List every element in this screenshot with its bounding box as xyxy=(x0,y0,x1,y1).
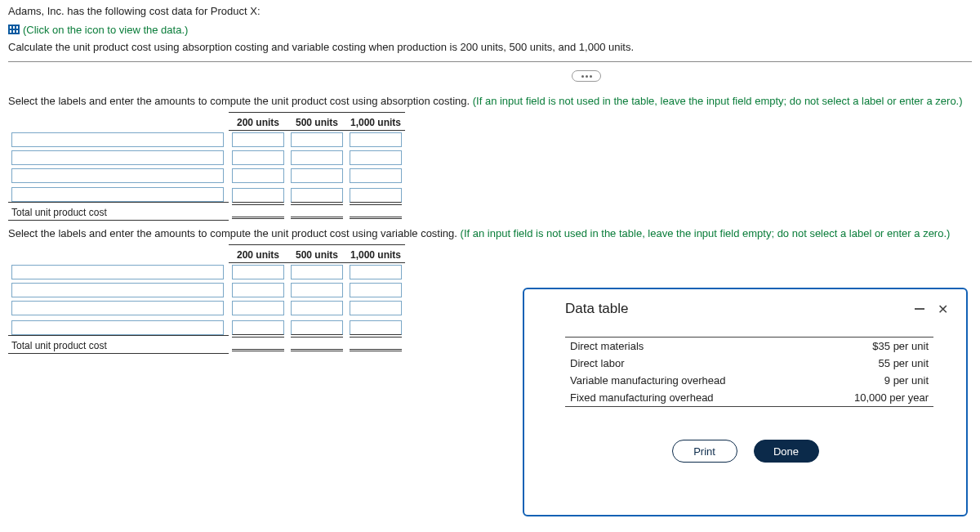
abs-label-input[interactable] xyxy=(11,132,224,147)
table-row xyxy=(8,130,405,149)
data-label: Variable manufacturing overhead xyxy=(570,374,726,387)
abs-cell-input[interactable] xyxy=(350,188,402,203)
view-data-text: (Click on the icon to view the data.) xyxy=(23,24,188,36)
abs-cell-input[interactable] xyxy=(232,168,284,183)
calc-instruction: Calculate the unit product cost using ab… xyxy=(8,41,972,53)
var-cell-input[interactable] xyxy=(232,301,284,315)
abs-cell-input[interactable] xyxy=(232,150,284,165)
var-cell-input[interactable] xyxy=(232,283,284,297)
var-label-input[interactable] xyxy=(11,265,224,279)
intro-line-1: Adams, Inc. has the following cost data … xyxy=(8,5,972,17)
data-row: Fixed manufacturing overhead 10,000 per … xyxy=(565,389,933,406)
abs-cell-input[interactable] xyxy=(232,132,284,147)
abs-total-label: Total unit product cost xyxy=(8,203,229,221)
absorption-prompt-text: Select the labels and enter the amounts … xyxy=(8,95,473,107)
abs-cell-input[interactable] xyxy=(291,168,343,183)
data-rows: Direct materials $35 per unit Direct lab… xyxy=(565,337,933,407)
table-row xyxy=(8,263,405,282)
divider xyxy=(8,61,972,62)
variable-prompt-hint: (If an input field is not used in the ta… xyxy=(461,227,951,239)
table-row xyxy=(8,281,405,299)
var-cell-input[interactable] xyxy=(291,320,343,335)
var-cell-input[interactable] xyxy=(232,265,284,279)
data-table-modal: Data table ✕ Direct materials $35 per un… xyxy=(523,288,968,516)
abs-cell-input[interactable] xyxy=(291,132,343,147)
data-row: Variable manufacturing overhead 9 per un… xyxy=(565,372,933,389)
col-500: 500 units xyxy=(287,245,346,263)
view-data-link[interactable]: (Click on the icon to view the data.) xyxy=(8,24,188,36)
absorption-prompt-hint: (If an input field is not used in the ta… xyxy=(473,95,963,107)
table-row xyxy=(8,167,405,185)
table-icon xyxy=(8,25,20,34)
abs-label-input[interactable] xyxy=(11,168,224,183)
abs-label-input[interactable] xyxy=(11,187,224,202)
total-row: Total unit product cost xyxy=(8,335,405,353)
abs-cell-input[interactable] xyxy=(232,188,284,203)
abs-cell-input[interactable] xyxy=(350,150,402,165)
more-options-pill[interactable] xyxy=(572,70,601,82)
absorption-prompt: Select the labels and enter the amounts … xyxy=(8,95,972,107)
abs-cell-input[interactable] xyxy=(350,132,402,147)
var-cell-input[interactable] xyxy=(291,283,343,297)
done-button[interactable]: Done xyxy=(754,440,819,463)
data-row: Direct materials $35 per unit xyxy=(565,338,933,355)
abs-cell-input[interactable] xyxy=(350,168,402,183)
var-cell-input[interactable] xyxy=(350,301,402,315)
col-1000: 1,000 units xyxy=(346,112,405,130)
table-row xyxy=(8,149,405,167)
table-row xyxy=(8,299,405,317)
var-cell-input[interactable] xyxy=(350,320,402,335)
variable-prompt: Select the labels and enter the amounts … xyxy=(8,227,972,239)
abs-cell-input[interactable] xyxy=(291,188,343,203)
var-cell-input[interactable] xyxy=(350,265,402,279)
data-label: Fixed manufacturing overhead xyxy=(570,391,714,404)
absorption-table: 200 units 500 units 1,000 units xyxy=(8,112,405,221)
data-row: Direct labor 55 per unit xyxy=(565,355,933,372)
data-value: 55 per unit xyxy=(879,357,929,369)
abs-cell-input[interactable] xyxy=(291,150,343,165)
var-cell-input[interactable] xyxy=(232,320,284,335)
var-label-input[interactable] xyxy=(11,283,224,297)
col-1000: 1,000 units xyxy=(346,245,405,263)
abs-label-input[interactable] xyxy=(11,150,224,165)
total-row: Total unit product cost xyxy=(8,203,405,221)
var-label-input[interactable] xyxy=(11,320,224,335)
modal-title: Data table xyxy=(565,301,629,317)
table-row xyxy=(8,317,405,335)
var-cell-input[interactable] xyxy=(350,283,402,297)
close-icon[interactable]: ✕ xyxy=(938,302,948,317)
minimize-icon[interactable] xyxy=(915,308,924,310)
table-row xyxy=(8,185,405,203)
var-cell-input[interactable] xyxy=(291,301,343,315)
data-value: 10,000 per year xyxy=(854,391,929,404)
col-200: 200 units xyxy=(229,112,287,130)
col-200: 200 units xyxy=(229,245,287,263)
col-500: 500 units xyxy=(287,112,346,130)
data-value: 9 per unit xyxy=(884,374,929,387)
variable-prompt-text: Select the labels and enter the amounts … xyxy=(8,227,461,239)
data-label: Direct materials xyxy=(570,340,644,352)
var-cell-input[interactable] xyxy=(291,265,343,279)
print-button[interactable]: Print xyxy=(672,440,737,463)
variable-table: 200 units 500 units 1,000 units xyxy=(8,244,405,354)
data-label: Direct labor xyxy=(570,357,624,369)
data-value: $35 per unit xyxy=(872,340,929,352)
var-total-label: Total unit product cost xyxy=(8,335,229,353)
var-label-input[interactable] xyxy=(11,301,224,315)
